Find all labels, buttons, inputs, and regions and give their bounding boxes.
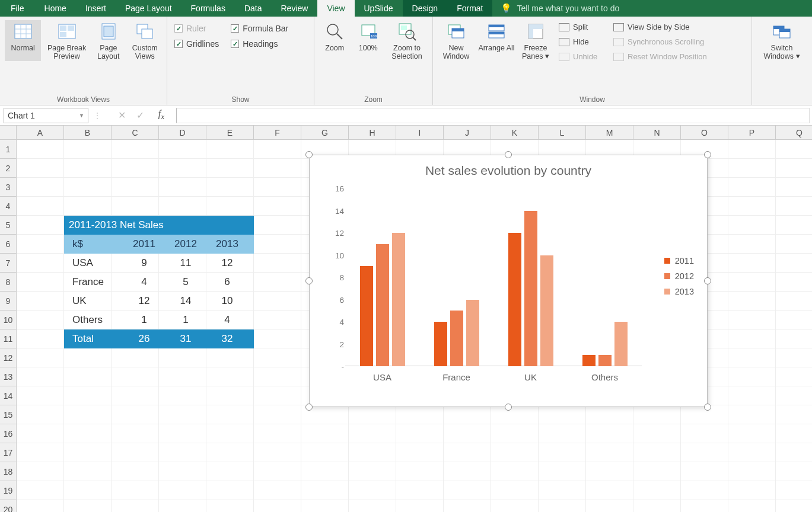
column-header[interactable]: N — [633, 126, 681, 140]
cell[interactable] — [17, 197, 64, 216]
cell[interactable] — [159, 140, 206, 159]
cell[interactable] — [728, 348, 776, 367]
cell[interactable] — [17, 462, 64, 481]
cell[interactable] — [112, 348, 159, 367]
cell[interactable] — [17, 159, 64, 178]
cell[interactable] — [112, 178, 159, 197]
table-row[interactable]: USA91112 — [64, 254, 254, 273]
cell[interactable] — [586, 462, 633, 481]
cell[interactable] — [728, 178, 776, 197]
cell[interactable] — [586, 500, 633, 512]
cell[interactable] — [206, 140, 254, 159]
row-header[interactable]: 14 — [0, 386, 17, 405]
checkbox-formula-bar[interactable]: ✓Formula Bar — [231, 24, 288, 33]
chart-bar[interactable] — [376, 244, 389, 366]
resize-handle[interactable] — [704, 151, 711, 158]
cell[interactable] — [17, 311, 64, 329]
cell[interactable] — [254, 386, 301, 405]
cell[interactable] — [776, 311, 812, 329]
cell[interactable] — [159, 348, 206, 367]
cell[interactable] — [206, 348, 254, 367]
cell[interactable] — [301, 462, 349, 481]
cell[interactable] — [349, 462, 396, 481]
cell[interactable] — [17, 348, 64, 367]
cell[interactable] — [491, 424, 539, 443]
cell[interactable] — [64, 500, 112, 512]
name-box-dropdown-icon[interactable]: ▼ — [79, 113, 84, 119]
cell[interactable] — [491, 462, 539, 481]
row-header[interactable]: 12 — [0, 348, 17, 367]
legend-item[interactable]: 2012 — [664, 271, 694, 281]
fx-icon[interactable]: fx — [158, 108, 164, 121]
cell[interactable] — [64, 443, 112, 462]
tab-view[interactable]: View — [317, 0, 354, 17]
row-header[interactable]: 11 — [0, 329, 17, 348]
cell[interactable] — [64, 178, 112, 197]
cell[interactable] — [17, 500, 64, 512]
cell[interactable] — [444, 462, 491, 481]
chart-legend[interactable]: 201120122013 — [664, 250, 694, 302]
cell[interactable] — [17, 367, 64, 386]
page-break-preview-button[interactable]: Page Break Preview — [44, 20, 89, 61]
tab-design[interactable]: Design — [403, 0, 448, 17]
cell[interactable] — [206, 159, 254, 178]
cell[interactable] — [254, 235, 301, 254]
cell[interactable] — [17, 329, 64, 348]
cell[interactable] — [254, 348, 301, 367]
cell[interactable] — [728, 424, 776, 443]
column-header[interactable]: M — [586, 126, 633, 140]
cell[interactable] — [254, 140, 301, 159]
cell[interactable] — [776, 140, 812, 159]
cell[interactable] — [206, 405, 254, 424]
row-header[interactable]: 10 — [0, 311, 17, 329]
resize-handle[interactable] — [704, 404, 711, 411]
resize-handle[interactable] — [505, 404, 512, 411]
cell[interactable] — [586, 405, 633, 424]
select-all-corner[interactable] — [0, 126, 17, 140]
cell[interactable] — [681, 424, 728, 443]
cell[interactable] — [206, 443, 254, 462]
cell[interactable] — [17, 273, 64, 292]
cell[interactable] — [633, 424, 681, 443]
cell[interactable] — [586, 443, 633, 462]
cell[interactable] — [586, 424, 633, 443]
cell[interactable] — [112, 424, 159, 443]
custom-views-button[interactable]: Custom Views — [128, 20, 162, 61]
cell[interactable] — [444, 500, 491, 512]
cell[interactable] — [159, 443, 206, 462]
row-header[interactable]: 6 — [0, 235, 17, 254]
cell[interactable] — [159, 405, 206, 424]
cell[interactable] — [444, 443, 491, 462]
chart-bar[interactable] — [598, 355, 612, 366]
cell[interactable] — [396, 405, 444, 424]
cell[interactable] — [159, 367, 206, 386]
chart-bar[interactable] — [360, 266, 373, 366]
cell[interactable] — [633, 443, 681, 462]
cell[interactable] — [159, 424, 206, 443]
cell[interactable] — [396, 481, 444, 500]
cell[interactable] — [112, 500, 159, 512]
cell[interactable] — [17, 292, 64, 311]
row-header[interactable]: 20 — [0, 500, 17, 512]
cell[interactable] — [776, 405, 812, 424]
cell[interactable] — [17, 216, 64, 235]
tab-insert[interactable]: Insert — [76, 0, 116, 17]
row-headers[interactable]: 123456789101112131415161718192021 — [0, 140, 17, 512]
cell[interactable] — [301, 500, 349, 512]
cell[interactable] — [396, 500, 444, 512]
row-header[interactable]: 13 — [0, 367, 17, 386]
cell[interactable] — [776, 462, 812, 481]
cell[interactable] — [159, 178, 206, 197]
column-header[interactable]: I — [396, 126, 444, 140]
tab-formulas[interactable]: Formulas — [181, 0, 235, 17]
cell[interactable] — [728, 197, 776, 216]
cell[interactable] — [444, 424, 491, 443]
cell[interactable] — [444, 405, 491, 424]
cell[interactable] — [776, 500, 812, 512]
row-header[interactable]: 5 — [0, 216, 17, 235]
cell[interactable] — [301, 481, 349, 500]
cell[interactable] — [112, 405, 159, 424]
cell[interactable] — [17, 481, 64, 500]
cell[interactable] — [254, 254, 301, 273]
cell[interactable] — [64, 424, 112, 443]
